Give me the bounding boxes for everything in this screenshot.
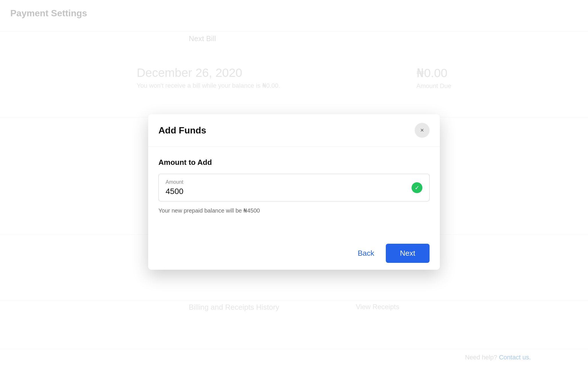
balance-note: Your new prepaid balance will be ₦4500 [158,207,430,214]
amount-input-label: Amount [166,179,412,185]
amount-input-inner: Amount [166,179,412,196]
modal-backdrop: Add Funds × Amount to Add Amount ✓ Your … [0,0,588,384]
close-button[interactable]: × [415,123,430,138]
back-button[interactable]: Back [352,245,380,262]
amount-input-wrapper: Amount ✓ [158,174,430,201]
modal-footer: Back Next [148,237,440,270]
amount-to-add-label: Amount to Add [158,158,430,167]
modal-body: Amount to Add Amount ✓ Your new prepaid … [148,147,440,237]
modal-header: Add Funds × [148,114,440,147]
next-button[interactable]: Next [386,244,430,263]
modal-title: Add Funds [158,125,206,136]
check-icon: ✓ [412,182,422,193]
amount-input[interactable] [166,187,412,196]
add-funds-modal: Add Funds × Amount to Add Amount ✓ Your … [148,114,440,270]
